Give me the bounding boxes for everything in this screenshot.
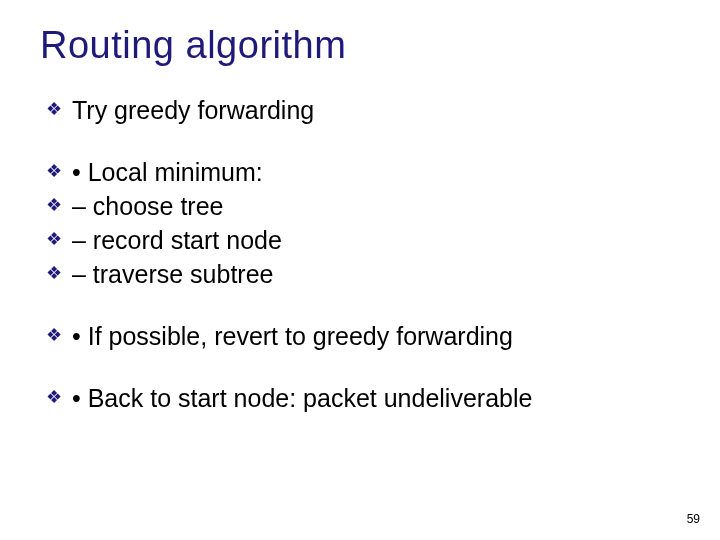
bullet-text: • Local minimum: xyxy=(72,157,263,187)
list-item: ❖ – record start node xyxy=(40,225,680,255)
bullet-text: – record start node xyxy=(72,225,282,255)
list-gap xyxy=(40,293,680,317)
slide-title: Routing algorithm xyxy=(40,24,680,67)
list-gap xyxy=(40,129,680,153)
page-number: 59 xyxy=(687,512,700,526)
list-item: ❖ • Local minimum: xyxy=(40,157,680,187)
diamond-icon: ❖ xyxy=(40,383,72,411)
bullet-text: Try greedy forwarding xyxy=(72,95,314,125)
diamond-icon: ❖ xyxy=(40,157,72,185)
list-item: ❖ – traverse subtree xyxy=(40,259,680,289)
list-item: ❖ • If possible, revert to greedy forwar… xyxy=(40,321,680,351)
list-item: ❖ Try greedy forwarding xyxy=(40,95,680,125)
bullet-text: – choose tree xyxy=(72,191,224,221)
diamond-icon: ❖ xyxy=(40,191,72,219)
slide: Routing algorithm ❖ Try greedy forwardin… xyxy=(0,0,720,540)
bullet-text: – traverse subtree xyxy=(72,259,274,289)
diamond-icon: ❖ xyxy=(40,321,72,349)
list-gap xyxy=(40,355,680,379)
list-item: ❖ • Back to start node: packet undeliver… xyxy=(40,383,680,413)
bullet-list: ❖ Try greedy forwarding ❖ • Local minimu… xyxy=(40,95,680,413)
bullet-text: • If possible, revert to greedy forwardi… xyxy=(72,321,513,351)
list-item: ❖ – choose tree xyxy=(40,191,680,221)
bullet-text: • Back to start node: packet undeliverab… xyxy=(72,383,532,413)
diamond-icon: ❖ xyxy=(40,95,72,123)
diamond-icon: ❖ xyxy=(40,259,72,287)
diamond-icon: ❖ xyxy=(40,225,72,253)
